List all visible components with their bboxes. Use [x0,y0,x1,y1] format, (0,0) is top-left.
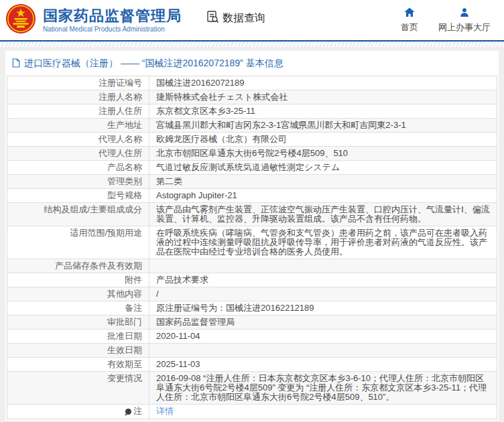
table-row: 结构及组成/主要组成成分该产品由气雾剂产生装置、正弦波空气振动压产生装置、口腔内… [7,203,497,226]
table-row: 生效日期 [7,344,497,358]
table-row: 注册人住所东京都文京区本乡3-25-11 [7,104,497,119]
row-label: 审批部门 [7,315,149,329]
row-label: 型号规格 [7,189,149,202]
site-header: 国家药品监督管理局 National Medical Products Admi… [0,0,504,40]
row-label: 代理人名称 [7,133,149,146]
row-label: 产品名称 [7,161,149,174]
home-icon [404,7,415,19]
row-value: / [149,287,497,301]
user-icon [459,7,470,19]
table-row: 适用范围/预期用途在呼吸系统疾病（哮喘病、气管炎和支气管炎）患者用药之前，该产品… [7,226,497,259]
row-label: 附件 [7,273,149,287]
row-value: 北京市朝阳区阜通东大街6号院2号楼4层509、510 [149,147,497,160]
table-row: 附件产品技术要求 [7,273,497,287]
hatch-strip [0,42,504,47]
row-label: 注册证编号 [7,76,149,90]
breadcrumb: 进口医疗器械（注册） —— “国械注进20162072189” 基本信息 [7,55,497,76]
main-content: 进口医疗器械（注册） —— “国械注进20162072189” 基本信息 注册证… [0,47,504,421]
row-label: 生产地址 [7,119,149,132]
nav-hall-label: 网上办事大厅 [438,21,491,33]
row-value: 原注册证编号为：国械注进20162212189 [149,301,497,315]
row-label: 有效期至 [7,358,149,371]
table-row: 型号规格Astograph Jupiter-21 [7,189,497,203]
row-value: 该产品由气雾剂产生装置、正弦波空气振动压产生装置、口腔内压计、气流量计Ⅰ、偏流装… [149,203,497,226]
table-row: 变更情况2016-09-08 “注册人住所：日本东京都文京区本乡3-6-10；代… [7,372,497,405]
row-value: 产品技术要求 [149,273,497,287]
site-subtitle: National Medical Products Administration [43,25,182,33]
table-row: 管理类别第二类 [7,175,497,189]
row-value: 2020-11-04 [149,330,497,343]
site-title: 国家药品监督管理局 [43,8,182,24]
nav-home[interactable]: 首页 [401,7,418,33]
row-label: 管理类别 [7,175,149,188]
row-value: 宫城县黑川郡大和町吉冈东2-3-1宫城県黒川郡大和町吉岡東2-3-1 [149,119,497,132]
table-row: 代理人住所北京市朝阳区阜通东大街6号院2号楼4层509、510 [7,147,497,161]
table-row: 批准日期2020-11-04 [7,330,497,344]
table-row: 其他内容/ [7,287,497,301]
data-query-tab[interactable]: 数据查询 [206,10,265,26]
row-value: Astograph Jupiter-21 [149,189,497,202]
row-label: 注 [7,405,149,419]
content-card: 进口医疗器械（注册） —— “国械注进20162072189” 基本信息 注册证… [5,51,499,421]
table-row: 注册人名称捷斯特株式会社チェスト株式会社 [7,90,497,104]
table-row: 生产地址宫城县黑川郡大和町吉冈东2-3-1宫城県黒川郡大和町吉岡東2-3-1 [7,119,497,133]
table-row: 审批部门国家药品监督管理局 [7,315,497,330]
row-value [149,344,497,357]
row-value: 在呼吸系统疾病（哮喘病、气管炎和支气管炎）患者用药之前，该产品可在患者吸入药液的… [149,226,497,259]
row-value: 2016-09-08 “注册人住所：日本东京都文京区本乡3-6-10；代理人住所… [149,372,497,404]
data-query-icon [206,10,219,26]
table-row: 备注原注册证编号为：国械注进20162212189 [7,301,497,315]
details-link[interactable]: 详情 [156,406,174,416]
row-value: 东京都文京区本乡3-25-11 [149,104,497,118]
row-value: 捷斯特株式会社チェスト株式会社 [149,90,497,104]
data-query-label: 数据查询 [223,11,265,25]
table-row: 有效期至2025-11-03 [7,358,497,372]
logo-text: 国家药品监督管理局 National Medical Products Admi… [43,8,182,33]
national-emblem-icon [5,3,36,37]
row-label: 生效日期 [7,344,149,357]
table-row: 代理人名称欧姆龙医疗器械（北京）有限公司 [7,133,497,147]
row-label: 变更情况 [7,372,149,404]
row-label: 产品储存条件及有效期 [7,259,149,273]
table-row: 注详情 [7,405,497,419]
row-value: 国械注进20162072189 [149,76,497,90]
row-label: 备注 [7,301,149,315]
page-title: 进口医疗器械（注册） —— “国械注进20162072189” 基本信息 [24,58,284,70]
row-label: 其他内容 [7,287,149,301]
table-row: 产品储存条件及有效期 [7,259,497,273]
row-value: 2025-11-03 [149,358,497,371]
nav-service-hall[interactable]: 网上办事大厅 [438,7,491,33]
top-nav: 首页 网上办事大厅 [401,7,491,33]
table-row: 产品名称气道过敏反应测试系统気道過敏性測定システム [7,161,497,175]
row-label: 适用范围/预期用途 [7,226,149,259]
row-label: 注册人住所 [7,104,149,118]
row-value: 第二类 [149,175,497,188]
registration-info-table: 注册证编号国械注进20162072189注册人名称捷斯特株式会社チェスト株式会社… [7,76,497,419]
row-label: 结构及组成/主要组成成分 [7,203,149,226]
row-value [149,259,497,273]
nav-home-label: 首页 [401,21,418,33]
row-value: 详情 [149,405,497,419]
row-value: 欧姆龙医疗器械（北京）有限公司 [149,133,497,146]
note-icon [125,409,131,415]
row-value: 气道过敏反应测试系统気道過敏性測定システム [149,161,497,174]
row-label: 代理人住所 [7,147,149,160]
nmpa-logo: 国家药品监督管理局 National Medical Products Admi… [5,3,182,37]
row-label: 批准日期 [7,330,149,343]
table-row: 注册证编号国械注进20162072189 [7,76,497,90]
row-label: 注册人名称 [7,90,149,104]
row-value: 国家药品监督管理局 [149,315,497,329]
document-icon [12,58,20,70]
